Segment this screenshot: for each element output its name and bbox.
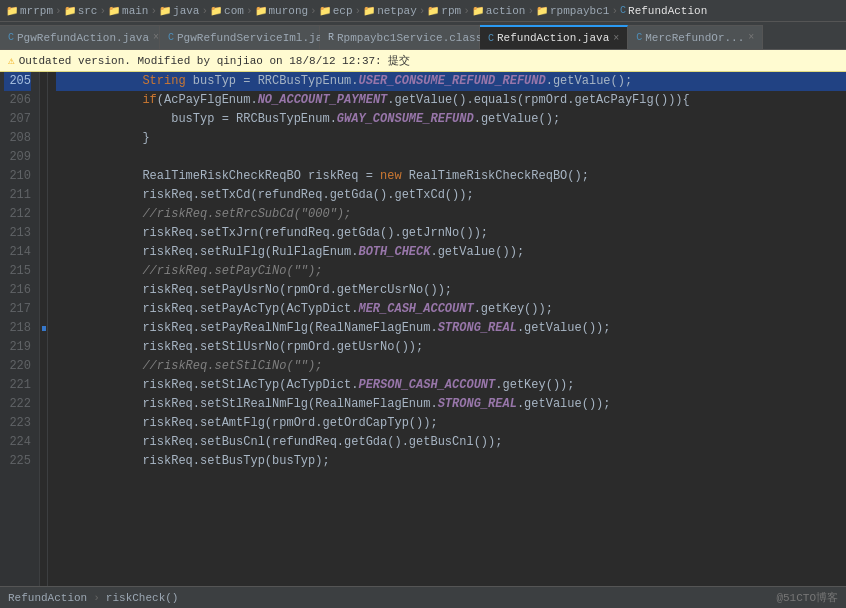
code-line-220: //riskReq.setStlCiNo(""); — [56, 357, 846, 376]
code-line-208: } — [56, 129, 846, 148]
line-num-215: 215 — [4, 262, 31, 281]
status-class: RefundAction — [8, 592, 87, 604]
code-line-217: riskReq.setPayAcTyp(AcTypDict.MER_CASH_A… — [56, 300, 846, 319]
code-line-215: //riskReq.setPayCiNo(""); — [56, 262, 846, 281]
code-line-206: if(AcPayFlgEnum.NO_ACCOUNT_PAYMENT.getVa… — [56, 91, 846, 110]
notification-bar: ⚠ Outdated version. Modified by qinjiao … — [0, 50, 846, 72]
code-content[interactable]: String busTyp = RRCBusTypEnum.USER_CONSU… — [48, 72, 846, 586]
line-num-224: 224 — [4, 433, 31, 452]
code-line-211: riskReq.setTxCd(refundReq.getGda().getTx… — [56, 186, 846, 205]
line-num-217: 217 — [4, 300, 31, 319]
breadcrumb-bar: 📁mrrpm › 📁src › 📁main › 📁java › 📁com › 📁… — [0, 0, 846, 22]
line-num-207: 207 — [4, 110, 31, 129]
tab-mercrefundor[interactable]: C MercRefundOr... × — [628, 25, 763, 49]
bc-action[interactable]: 📁action — [472, 5, 526, 17]
bc-java[interactable]: 📁java — [159, 5, 199, 17]
line-num-219: 219 — [4, 338, 31, 357]
line-num-205: 205 — [4, 72, 31, 91]
line-num-222: 222 — [4, 395, 31, 414]
bc-murong[interactable]: 📁murong — [255, 5, 309, 17]
code-line-205: String busTyp = RRCBusTypEnum.USER_CONSU… — [56, 72, 846, 91]
code-line-216: riskReq.setPayUsrNo(rpmOrd.getMercUsrNo(… — [56, 281, 846, 300]
line-num-225: 225 — [4, 452, 31, 471]
code-line-212: //riskReq.setRrcSubCd("000"); — [56, 205, 846, 224]
code-line-219: riskReq.setStlUsrNo(rpmOrd.getUsrNo()); — [56, 338, 846, 357]
line-num-211: 211 — [4, 186, 31, 205]
bc-rpmpaybc1[interactable]: 📁rpmpaybc1 — [536, 5, 609, 17]
code-line-221: riskReq.setStlAcTyp(AcTypDict.PERSON_CAS… — [56, 376, 846, 395]
tab-pgwrefundserviceiml[interactable]: C PgwRefundServiceIml.java × — [160, 25, 320, 49]
watermark: @51CTO博客 — [776, 590, 838, 605]
line-num-208: 208 — [4, 129, 31, 148]
code-line-214: riskReq.setRulFlg(RulFlagEnum.BOTH_CHECK… — [56, 243, 846, 262]
code-line-210: RealTimeRiskCheckReqBO riskReq = new Rea… — [56, 167, 846, 186]
tab-pgwrefundaction[interactable]: C PgwRefundAction.java × — [0, 25, 160, 49]
line-numbers: 205 206 207 208 209 210 211 212 213 214 … — [0, 72, 40, 586]
bc-mrrpm[interactable]: 📁mrrpm — [6, 5, 53, 17]
bc-com[interactable]: 📁com — [210, 5, 244, 17]
code-line-224: riskReq.setBusCnl(refundReq.getGda().get… — [56, 433, 846, 452]
bc-src[interactable]: 📁src — [64, 5, 98, 17]
line-num-218: 218 — [4, 319, 31, 338]
line-num-210: 210 — [4, 167, 31, 186]
tab-bar: C PgwRefundAction.java × C PgwRefundServ… — [0, 22, 846, 50]
bc-refundaction[interactable]: CRefundAction — [620, 5, 707, 17]
warning-icon: ⚠ — [8, 54, 15, 67]
bc-ecp[interactable]: 📁ecp — [319, 5, 353, 17]
bc-main[interactable]: 📁main — [108, 5, 148, 17]
code-line-213: riskReq.setTxJrn(refundReq.getGda().getJ… — [56, 224, 846, 243]
status-method: riskCheck() — [106, 592, 179, 604]
line-num-214: 214 — [4, 243, 31, 262]
notification-text: Outdated version. Modified by qinjiao on… — [19, 53, 411, 68]
line-num-220: 220 — [4, 357, 31, 376]
bc-rpm[interactable]: 📁rpm — [427, 5, 461, 17]
line-num-209: 209 — [4, 148, 31, 167]
left-gutter — [40, 72, 48, 586]
tab-refundaction[interactable]: C RefundAction.java × — [480, 25, 628, 49]
code-line-218: riskReq.setPayRealNmFlg(RealNameFlagEnum… — [56, 319, 846, 338]
tab-rpmpaybc1service[interactable]: R Rpmpaybc1Service.class × — [320, 25, 480, 49]
code-line-207: busTyp = RRCBusTypEnum.GWAY_CONSUME_REFU… — [56, 110, 846, 129]
line-num-212: 212 — [4, 205, 31, 224]
code-line-209 — [56, 148, 846, 167]
code-area: 205 206 207 208 209 210 211 212 213 214 … — [0, 72, 846, 586]
line-num-213: 213 — [4, 224, 31, 243]
line-num-216: 216 — [4, 281, 31, 300]
line-num-221: 221 — [4, 376, 31, 395]
line-num-223: 223 — [4, 414, 31, 433]
code-line-225: riskReq.setBusTyp(busTyp); — [56, 452, 846, 471]
code-line-223: riskReq.setAmtFlg(rpmOrd.getOrdCapTyp())… — [56, 414, 846, 433]
status-bar: RefundAction › riskCheck() @51CTO博客 — [0, 586, 846, 608]
code-line-222: riskReq.setStlRealNmFlg(RealNameFlagEnum… — [56, 395, 846, 414]
line-num-206: 206 — [4, 91, 31, 110]
bc-netpay[interactable]: 📁netpay — [363, 5, 417, 17]
